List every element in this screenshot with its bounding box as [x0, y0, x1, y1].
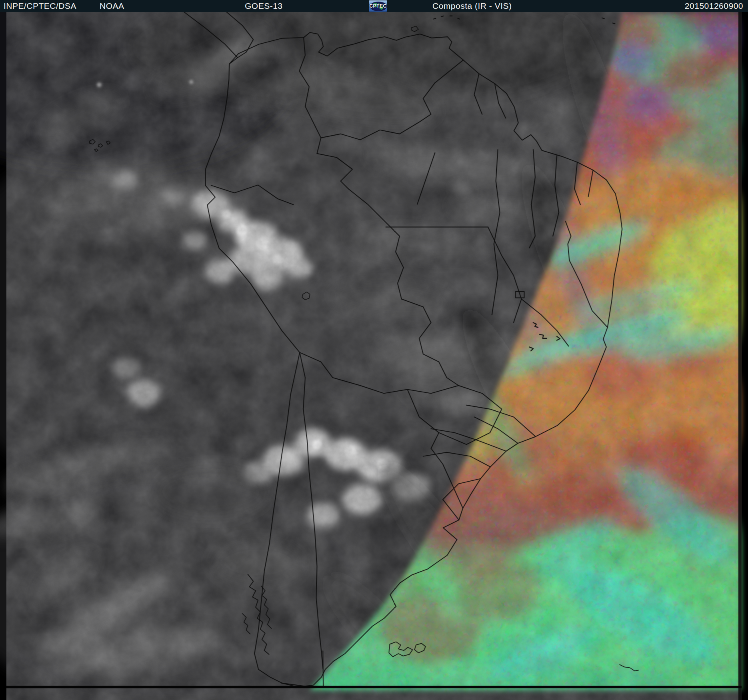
logo-text: CPTEC — [369, 3, 386, 9]
satellite-product-page: { "header": { "agency": "INPE/CPTEC/DSA"… — [0, 0, 748, 700]
right-edge-strip — [738, 12, 742, 700]
timestamp-label: 201501260900 — [685, 1, 743, 11]
satellite-composite-image — [0, 12, 748, 700]
cptec-logo-icon: CPTEC — [369, 0, 387, 12]
satellite-label: GOES-13 — [245, 1, 283, 11]
bottom-edge-strip — [6, 686, 742, 688]
satellite-scene — [0, 12, 748, 700]
noaa-label: NOAA — [100, 1, 124, 11]
title-bar: INPE/CPTEC/DSA NOAA GOES-13 CPTEC Compos… — [0, 0, 748, 12]
agency-label: INPE/CPTEC/DSA — [4, 1, 76, 11]
product-label: Composta (IR - VIS) — [432, 1, 512, 11]
ir-false-color-layer — [282, 12, 748, 700]
